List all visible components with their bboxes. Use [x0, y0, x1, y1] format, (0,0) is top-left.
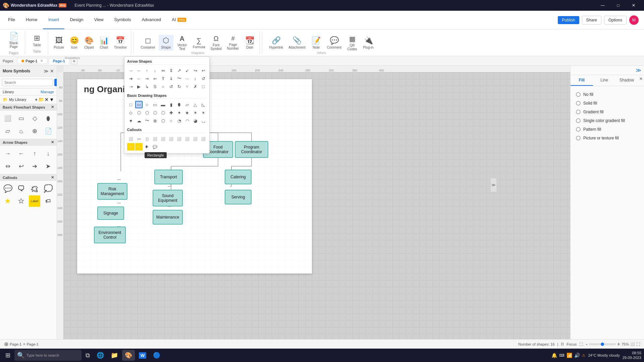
menu-tab-file[interactable]: File	[3, 11, 20, 29]
toolbar-page-number[interactable]: # PageNumber	[225, 34, 241, 52]
panel-close-icon[interactable]: ✕	[50, 68, 54, 74]
menu-tab-insert[interactable]: Insert	[43, 11, 65, 29]
minimize-btn[interactable]: —	[595, 0, 610, 11]
arrow-fat[interactable]: ➤	[43, 161, 54, 172]
basic-hexagon[interactable]: ⬡	[135, 109, 143, 116]
maximize-btn[interactable]: □	[610, 0, 626, 11]
arrow-turn-btn[interactable]: ↻	[175, 83, 183, 90]
callout-popup-6[interactable]: ⬜	[167, 135, 175, 142]
callout-popup-3[interactable]: ◻	[143, 135, 151, 142]
shape-diamond[interactable]: ◇	[29, 113, 41, 124]
panel-close-icon[interactable]: ✕	[638, 75, 644, 86]
arrow-x-btn[interactable]: ✗	[192, 83, 199, 90]
arrow-up-btn[interactable]: ↑	[143, 67, 151, 74]
basic-rtriangle[interactable]: ◺	[200, 101, 207, 108]
arrow-shapes-section[interactable]: Arrow Shapes ✕	[0, 139, 57, 146]
callouts-section[interactable]: Callouts ✕	[0, 174, 57, 181]
arrow-up-down-btn[interactable]: ↕	[192, 75, 199, 82]
node-transport[interactable]: Transport	[154, 170, 183, 184]
menu-tab-view[interactable]: View	[89, 11, 109, 29]
toolbar-qr-codes[interactable]: ▦ QRCodes	[345, 34, 360, 52]
toolbar-note[interactable]: 📝 Note	[309, 35, 324, 51]
callout-popup-14[interactable]: 💬	[151, 143, 159, 150]
taskbar-app[interactable]: 🔵	[150, 350, 163, 361]
search-btn[interactable]: Search	[54, 79, 57, 86]
arrow-fat-d-btn[interactable]: ⇓	[167, 75, 175, 82]
basic-rect[interactable]: ▭	[135, 101, 143, 108]
user-avatar[interactable]: M	[629, 15, 639, 25]
callout-star-yellow[interactable]: ★	[2, 195, 13, 207]
shape-cylinder[interactable]: ⊕	[29, 125, 41, 137]
callout-popup-8[interactable]: ⬜	[183, 135, 191, 142]
basic-flowchart-close[interactable]: ✕	[51, 105, 54, 109]
arrow-thick-btn[interactable]: ▶	[135, 83, 143, 90]
fit-page-icon[interactable]: ⬜	[630, 342, 635, 346]
callout-popup-11[interactable]: ⭐	[127, 143, 135, 150]
callouts-close[interactable]: ✕	[51, 175, 54, 180]
callout-label-yellow[interactable]: Label	[29, 195, 40, 207]
callout-popup-7[interactable]: ⬜	[175, 135, 183, 142]
node-catering[interactable]: Catering	[225, 170, 252, 184]
arrow-block-l-btn[interactable]: ←	[135, 75, 143, 82]
arrow-double-v-btn[interactable]: ⇕	[167, 67, 175, 74]
taskbar-task-view[interactable]: ⧉	[83, 350, 93, 361]
add-library-icon[interactable]: +	[35, 97, 38, 102]
taskbar-word[interactable]: W	[136, 350, 149, 361]
arrow-misc-btn[interactable]: ↺	[200, 75, 207, 82]
page-prev-icon[interactable]: ⊕	[4, 341, 8, 347]
callout-thought[interactable]: 💭	[42, 183, 54, 194]
fill-tab[interactable]: Fill	[571, 75, 593, 86]
delete-library-icon[interactable]: ✕	[45, 97, 49, 102]
my-library-item[interactable]: 📁 My Library + 📁 ✕ ▼	[0, 96, 57, 104]
arrow-left-btn[interactable]: ←	[135, 67, 143, 74]
toolbar-shape[interactable]: ⬡ Shape	[159, 35, 173, 51]
callout-popup-12[interactable]: ⭐	[135, 143, 143, 150]
basic-pentagon[interactable]: ⬠	[143, 109, 151, 116]
menu-tab-home[interactable]: Home	[20, 11, 43, 29]
page-tab-1[interactable]: Page-1 ✕	[17, 58, 47, 64]
collapse-library-icon[interactable]: ▼	[49, 97, 54, 102]
basic-ring[interactable]: ○	[167, 117, 175, 124]
arrow-down[interactable]: ↓	[43, 148, 54, 159]
callout-popup-13[interactable]: 🗣	[143, 143, 151, 150]
arrow-curved[interactable]: ↩	[15, 161, 27, 172]
taskbar-explorer[interactable]: 📁	[108, 350, 121, 361]
arrow-dotted-btn[interactable]: ···	[183, 75, 191, 82]
fill-option-pattern[interactable]: Pattern fill	[575, 125, 640, 134]
toolbar-clipart[interactable]: 🎨 Clipart	[82, 35, 96, 51]
menu-tab-symbols[interactable]: Symbols	[109, 11, 137, 29]
arrow-down-btn[interactable]: ↓	[151, 67, 159, 74]
callout-popup-10[interactable]: ⬜	[200, 135, 207, 142]
folder-icon[interactable]: 📁	[38, 97, 44, 102]
publish-btn[interactable]: Publish	[558, 16, 579, 24]
zoom-slider[interactable]	[589, 343, 616, 345]
toolbar-date[interactable]: 📆 Date	[242, 35, 257, 51]
callout-popup-5[interactable]: ⬜	[159, 135, 167, 142]
toolbar-attachment[interactable]: 📎 Attachment	[286, 35, 308, 51]
toolbar-formula[interactable]: ∑ Formula	[191, 36, 207, 50]
basic-cylinder[interactable]: ⊕	[151, 117, 159, 124]
taskbar-edrawmax[interactable]: 🎨	[122, 350, 135, 361]
toolbar-plug-in[interactable]: 🔌 Plug-in	[361, 35, 376, 51]
node-serving[interactable]: Serving	[225, 190, 252, 204]
basic-pie[interactable]: ◕	[192, 117, 199, 124]
shape-trap[interactable]: ⏢	[15, 125, 27, 137]
focus-btn[interactable]: Focus	[567, 342, 577, 346]
callout-popup-4[interactable]: ⬜	[151, 135, 159, 142]
basic-ellipse[interactable]: ⬮	[175, 101, 183, 108]
toolbar-vector-text[interactable]: A VectorText	[175, 34, 190, 52]
right-panel-toggle[interactable]: ≫	[490, 178, 496, 192]
arrow-double[interactable]: ⇔	[2, 161, 13, 172]
basic-chord[interactable]: ◡	[200, 117, 207, 124]
basic-heart[interactable]: ♥	[127, 117, 135, 124]
shape-doc[interactable]: 📄	[43, 125, 54, 137]
callout-popup-1[interactable]: ⬜	[127, 135, 135, 142]
basic-wide-rect[interactable]: ▬	[159, 101, 167, 108]
basic-star5[interactable]: ★	[183, 109, 191, 116]
arrow-block-r-btn[interactable]: ➔	[127, 75, 135, 82]
node-maintenance[interactable]: Maintenance	[153, 210, 183, 225]
taskbar-start[interactable]: ⊞	[3, 350, 13, 361]
basic-triangle[interactable]: △	[192, 101, 199, 108]
battery-icon[interactable]: ⚠	[582, 353, 585, 358]
arrow-sq-btn[interactable]: □	[200, 83, 207, 90]
